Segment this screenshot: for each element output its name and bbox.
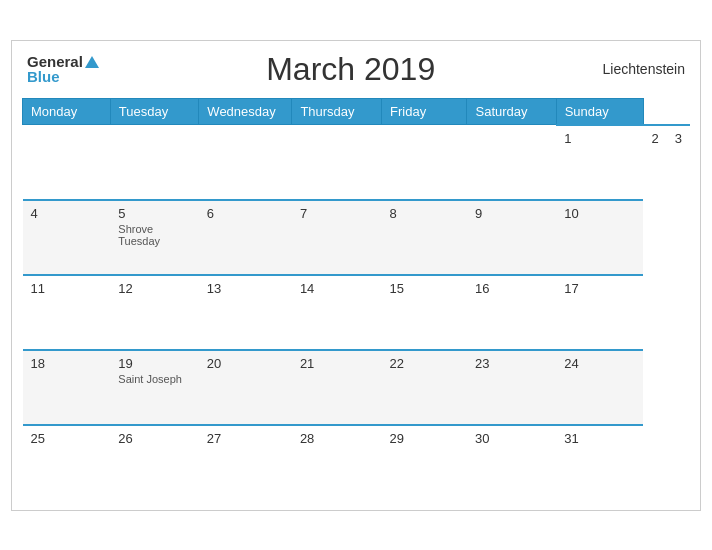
day-number: 12 bbox=[118, 281, 191, 296]
day-cell: 18 bbox=[23, 350, 111, 425]
day-number: 27 bbox=[207, 431, 284, 446]
calendar-wrapper: General Blue March 2019 Liechtenstein Mo… bbox=[11, 40, 701, 511]
day-cell: 25 bbox=[23, 425, 111, 500]
day-number: 31 bbox=[564, 431, 635, 446]
week-row-5: 25262728293031 bbox=[23, 425, 691, 500]
day-cell: 23 bbox=[467, 350, 556, 425]
day-cell: 6 bbox=[199, 200, 292, 275]
logo: General Blue bbox=[27, 54, 99, 84]
day-cell: 2 bbox=[643, 125, 666, 200]
calendar-title: March 2019 bbox=[266, 51, 435, 88]
day-cell: 20 bbox=[199, 350, 292, 425]
day-number: 19 bbox=[118, 356, 191, 371]
week-row-1: 123 bbox=[23, 125, 691, 200]
weekday-header-row: Monday Tuesday Wednesday Thursday Friday… bbox=[23, 98, 691, 125]
day-cell: 3 bbox=[667, 125, 690, 200]
logo-blue-text: Blue bbox=[27, 69, 99, 84]
col-friday: Friday bbox=[382, 98, 467, 125]
holiday-label: Shrove Tuesday bbox=[118, 223, 191, 247]
col-thursday: Thursday bbox=[292, 98, 382, 125]
day-cell: 10 bbox=[556, 200, 643, 275]
day-number: 3 bbox=[675, 131, 682, 146]
day-cell: 12 bbox=[110, 275, 199, 350]
holiday-label: Saint Joseph bbox=[118, 373, 191, 385]
logo-triangle-icon bbox=[85, 56, 99, 68]
day-number: 26 bbox=[118, 431, 191, 446]
day-cell: 13 bbox=[199, 275, 292, 350]
day-cell: 16 bbox=[467, 275, 556, 350]
day-number: 20 bbox=[207, 356, 284, 371]
day-number: 28 bbox=[300, 431, 374, 446]
col-monday: Monday bbox=[23, 98, 111, 125]
day-number: 7 bbox=[300, 206, 374, 221]
day-number: 24 bbox=[564, 356, 635, 371]
day-cell: 15 bbox=[382, 275, 467, 350]
day-cell: 5Shrove Tuesday bbox=[110, 200, 199, 275]
country-label: Liechtenstein bbox=[602, 61, 685, 77]
day-cell: 24 bbox=[556, 350, 643, 425]
day-cell: 7 bbox=[292, 200, 382, 275]
day-number: 5 bbox=[118, 206, 191, 221]
day-cell: 26 bbox=[110, 425, 199, 500]
day-cell: 28 bbox=[292, 425, 382, 500]
col-tuesday: Tuesday bbox=[110, 98, 199, 125]
day-number: 15 bbox=[390, 281, 459, 296]
calendar-header: General Blue March 2019 Liechtenstein bbox=[22, 51, 690, 88]
day-cell bbox=[382, 125, 467, 200]
day-cell bbox=[292, 125, 382, 200]
day-number: 11 bbox=[31, 281, 103, 296]
day-cell: 31 bbox=[556, 425, 643, 500]
day-number: 25 bbox=[31, 431, 103, 446]
day-cell: 9 bbox=[467, 200, 556, 275]
day-cell: 17 bbox=[556, 275, 643, 350]
day-cell: 19Saint Joseph bbox=[110, 350, 199, 425]
day-number: 16 bbox=[475, 281, 548, 296]
col-wednesday: Wednesday bbox=[199, 98, 292, 125]
day-cell bbox=[467, 125, 556, 200]
day-number: 2 bbox=[651, 131, 658, 146]
calendar-grid: Monday Tuesday Wednesday Thursday Friday… bbox=[22, 98, 690, 500]
day-number: 14 bbox=[300, 281, 374, 296]
week-row-2: 45Shrove Tuesday678910 bbox=[23, 200, 691, 275]
day-number: 17 bbox=[564, 281, 635, 296]
day-cell: 22 bbox=[382, 350, 467, 425]
empty-cell bbox=[199, 125, 292, 200]
day-cell: 1 bbox=[556, 125, 643, 200]
day-number: 21 bbox=[300, 356, 374, 371]
day-number: 23 bbox=[475, 356, 548, 371]
day-number: 30 bbox=[475, 431, 548, 446]
logo-general-text: General bbox=[27, 54, 83, 69]
day-number: 10 bbox=[564, 206, 635, 221]
day-number: 13 bbox=[207, 281, 284, 296]
day-number: 29 bbox=[390, 431, 459, 446]
day-cell: 11 bbox=[23, 275, 111, 350]
week-row-3: 11121314151617 bbox=[23, 275, 691, 350]
day-cell: 29 bbox=[382, 425, 467, 500]
day-number: 18 bbox=[31, 356, 103, 371]
day-number: 9 bbox=[475, 206, 548, 221]
day-number: 22 bbox=[390, 356, 459, 371]
day-cell: 21 bbox=[292, 350, 382, 425]
day-number: 1 bbox=[564, 131, 635, 146]
empty-cell bbox=[23, 125, 111, 200]
day-cell: 27 bbox=[199, 425, 292, 500]
day-number: 6 bbox=[207, 206, 284, 221]
day-cell: 14 bbox=[292, 275, 382, 350]
day-cell: 4 bbox=[23, 200, 111, 275]
day-cell: 8 bbox=[382, 200, 467, 275]
day-cell: 30 bbox=[467, 425, 556, 500]
col-saturday: Saturday bbox=[467, 98, 556, 125]
day-number: 4 bbox=[31, 206, 103, 221]
week-row-4: 1819Saint Joseph2021222324 bbox=[23, 350, 691, 425]
empty-cell bbox=[110, 125, 199, 200]
col-sunday: Sunday bbox=[556, 98, 643, 125]
day-number: 8 bbox=[390, 206, 459, 221]
